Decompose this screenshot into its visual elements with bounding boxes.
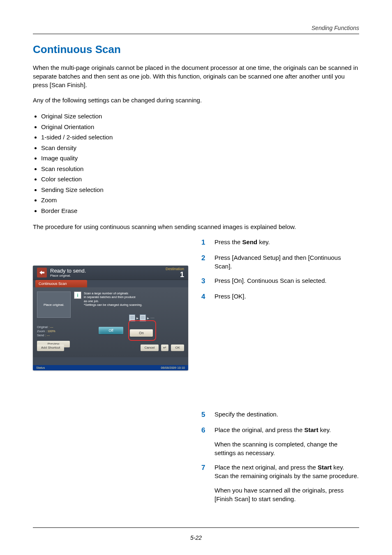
section-header: Sending Functions [33,25,359,34]
scan-stats: Original : --- Zoom : 100% Send : --- [37,325,55,338]
send-icon [37,268,47,278]
enter-icon: ↵ [161,345,168,351]
continuous-scan-tab[interactable]: Continuous Scan [35,280,87,287]
step-7: 7 Place the next original, and press the… [201,463,359,503]
status-bar[interactable]: Status 08/08/2009 10:10 [33,365,188,370]
list-item: Image quality [41,153,359,164]
step-3: 3 Press [On]. Continuous Scan is selecte… [201,276,359,286]
on-button[interactable]: On [130,329,153,337]
status-label: Status [36,365,45,370]
info-block: i Scan a large number of originals in se… [74,291,181,307]
intro-paragraph: When the multi-page originals cannot be … [33,63,359,89]
step-1: 1 Press the Send key. [201,238,359,247]
list-item: Scan resolution [41,164,359,174]
device-screenshot: Ready to send. Place original. Destinati… [33,266,188,370]
original-preview-box: Place original. [37,291,71,318]
destination-counter: Destination 1 [166,267,184,278]
header-rule [33,34,359,34]
step-6: 6 Place the original, and press the Star… [201,426,359,457]
list-item: Original Orientation [41,122,359,132]
step-2: 2 Press [Advanced Setup] and then [Conti… [201,253,359,271]
page-title: Continuous Scan [33,43,359,56]
settings-lead: Any of the following settings can be cha… [33,96,359,104]
list-item: Original Size selection [41,111,359,122]
panel-body: Place original. i Scan a large number of… [33,287,188,357]
panel-footer: Add Shortcut Cancel ↵ OK [33,344,188,352]
cancel-button[interactable]: Cancel [141,345,159,351]
ready-sub: Place original. [50,274,86,278]
page-number: 5-22 [0,534,392,541]
step-4: 4 Press [OK]. [201,292,359,302]
list-item: Zoom [41,195,359,206]
ready-text: Ready to send. [50,268,86,274]
procedure-lead: The procedure for using continuous scann… [33,222,359,231]
list-item: Border Erase [41,206,359,216]
status-datetime: 08/08/2009 10:10 [161,365,185,370]
list-item: Color selection [41,174,359,185]
info-icon: i [74,291,81,299]
footer-rule [33,527,359,528]
list-item: Scan density [41,143,359,153]
add-shortcut-button[interactable]: Add Shortcut [37,345,64,351]
off-button[interactable]: Off [99,327,123,334]
list-item: 1-sided / 2-sided selection [41,132,359,143]
list-item: Sending Size selection [41,185,359,195]
settings-list: Original Size selection Original Orienta… [33,111,359,216]
panel-titlebar: Ready to send. Place original. Destinati… [33,266,188,280]
step-5: 5 Specify the destination. [201,410,359,420]
ok-button[interactable]: OK [171,345,184,351]
